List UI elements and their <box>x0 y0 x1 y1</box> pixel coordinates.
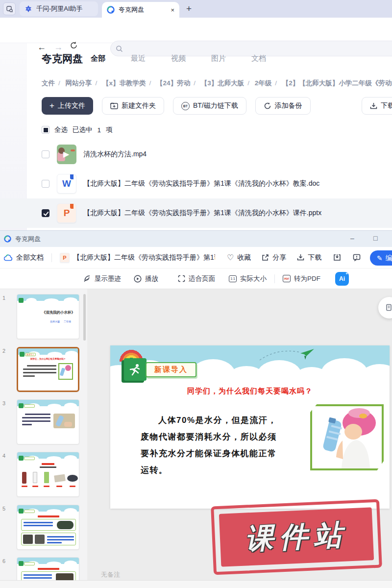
breadcrumb-item[interactable]: 【x】非教学类 <box>102 79 146 87</box>
breadcrumb-item[interactable]: 网站分享 <box>66 79 92 87</box>
slide-thumbnail-5[interactable] <box>17 505 79 550</box>
ai-assistant-button[interactable]: Ai <box>335 272 349 286</box>
document-icon <box>385 304 392 312</box>
feedback-icon <box>353 254 361 261</box>
bt-magnet-download-button[interactable]: BT BT/磁力链下载 <box>173 97 246 115</box>
stamp-text: 课件站 <box>244 515 348 558</box>
show-ink-button[interactable]: 显示墨迹 <box>83 274 121 283</box>
tab-search-icon <box>6 6 13 12</box>
mini-picture <box>58 363 73 380</box>
current-doc: P 【北师大版】二年级《劳动实践指导手册》第1课 <box>60 253 215 263</box>
fit-page-button[interactable]: 适合页面 <box>178 274 215 283</box>
ink-pen-icon <box>83 275 91 283</box>
tab-image[interactable]: 图片 <box>211 54 226 63</box>
slide-thumbnail-1[interactable]: 《清洗我的小水杯》 北师大版二年级 <box>17 294 79 339</box>
upload-file-button[interactable]: + 上传文件 <box>42 97 93 115</box>
selected-count: 1 <box>98 126 101 134</box>
file-row-video[interactable]: ▶ 清洗水杯的方法.mp4 <box>0 140 392 169</box>
tab-search-button[interactable] <box>3 2 16 15</box>
quark-logo-icon <box>107 6 115 14</box>
ppt-icon: P <box>57 203 76 223</box>
slide-thumbnail-4[interactable] <box>17 452 79 497</box>
tab-label: 千问-阿里AI助手 <box>36 4 83 13</box>
breadcrumb-separator: / <box>96 79 98 87</box>
mini-banner <box>24 457 35 460</box>
tab-recent[interactable]: 最近 <box>131 54 146 63</box>
play-circle-icon <box>134 275 142 283</box>
mini-banner <box>24 404 35 408</box>
thumbnail-number: 5 <box>2 506 5 512</box>
tab-doc[interactable]: 文档 <box>251 54 266 63</box>
slide-preview-area: 新课导入 同学们，为什么我们每天要喝水吗？ 人体70%是水分，但是流汗， 废物代… <box>87 289 392 580</box>
add-backup-button[interactable]: 添加备份 <box>255 97 311 115</box>
actual-size-button[interactable]: 1:1 实际大小 <box>229 274 267 283</box>
file-row-doc[interactable]: W 【北师大版】二年级《劳动实践指导手册》第1课《清洗我的小水杯》教案.doc <box>0 169 392 198</box>
thumbnail-number: 1 <box>2 295 5 301</box>
viewer-window-title: 夸克网盘 <box>15 235 41 244</box>
side-panel-button[interactable] <box>378 297 392 318</box>
download-button[interactable]: 下载 <box>362 97 392 115</box>
breadcrumb-item[interactable]: 【2】【北师大版】小学二年级《劳动实 <box>282 79 392 87</box>
breadcrumb-item[interactable]: 【24】劳动 <box>156 79 190 87</box>
new-tab-icon[interactable]: + <box>186 3 192 14</box>
browser-navbar: ← → <box>0 18 392 43</box>
edit-button[interactable]: ✎ 编辑 <box>370 250 392 266</box>
edit-icon: ✎ <box>377 254 383 262</box>
viewer-toolbar: 全部文档 P 【北师大版】二年级《劳动实践指导手册》第1课 ♡ 收藏 分享 下载 <box>0 247 392 269</box>
file-name[interactable]: 清洗水杯的方法.mp4 <box>83 150 147 159</box>
breadcrumb-separator: / <box>275 79 277 87</box>
maximize-icon[interactable]: □ <box>373 234 377 242</box>
breadcrumb-item[interactable]: 文件 <box>42 79 55 87</box>
feedback-button[interactable] <box>353 254 361 261</box>
all-docs-button[interactable]: 全部文档 <box>4 253 44 262</box>
file-row-ppt[interactable]: P 【北师大版】二年级《劳动实践指导手册》第1课《清洗我的小水杯》课件.pptx <box>0 198 392 228</box>
file-checkbox[interactable] <box>42 150 49 158</box>
close-icon[interactable]: × <box>171 6 174 14</box>
slide-body-text: 人体70%是水分，但是流汗， 废物代谢都要消耗水分，所以必须 要补充水分才能保证… <box>141 412 305 479</box>
back-icon[interactable]: ← <box>37 42 46 52</box>
heart-icon: ♡ <box>227 253 234 262</box>
selected-unit: 项 <box>106 125 113 134</box>
tab-all[interactable]: 全部 <box>91 54 105 63</box>
breadcrumb-item[interactable]: 【3】北师大版 <box>201 79 245 87</box>
play-button[interactable]: 播放 <box>134 274 158 283</box>
refresh-icon[interactable] <box>70 41 78 49</box>
new-folder-button[interactable]: 新建文件夹 <box>102 97 164 115</box>
mini-photo <box>53 414 75 428</box>
search-icon <box>116 45 123 52</box>
slide-thumbnail-panel: 1 《清洗我的小水杯》 北师大版二年级 2 新课导入 同学们，为什么我们每天要喝… <box>0 289 87 580</box>
tab-quark[interactable]: 夸克网盘 × <box>102 2 179 18</box>
slide-thumbnail-6[interactable] <box>17 557 79 580</box>
slide-section-banner: 新课导入 <box>146 362 196 377</box>
share-button[interactable]: 分享 <box>262 253 286 262</box>
word-icon: W <box>57 174 76 194</box>
slide-thumbnail-3[interactable] <box>17 399 79 444</box>
bottom-status-bar <box>0 580 392 588</box>
tab-qianwen[interactable]: 千问-阿里AI助手 <box>20 1 98 16</box>
convert-pdf-button[interactable]: PDF 转为PDF <box>283 274 320 283</box>
selected-prefix: 已选中 <box>73 125 93 134</box>
favorite-button[interactable]: ♡ 收藏 <box>227 253 251 262</box>
share-icon <box>262 254 269 261</box>
tab-video[interactable]: 视频 <box>171 54 186 63</box>
minimize-icon[interactable]: – <box>350 234 354 242</box>
slide-thumbnail-2[interactable]: 新课导入 同学们，为什么我们每天要喝水吗？ <box>17 347 79 392</box>
select-all-label[interactable]: 全选 <box>54 125 68 134</box>
thumbnail-scrollbar[interactable] <box>83 294 86 341</box>
file-name[interactable]: 【北师大版】二年级《劳动实践指导手册》第1课《清洗我的小水杯》课件.pptx <box>83 209 321 218</box>
mini-banner <box>24 510 35 513</box>
video-thumbnail: ▶ <box>57 145 76 164</box>
notes-placeholder: 无备注 <box>101 570 120 579</box>
viewer-controls-bar: 显示墨迹 播放 适合页面 1:1 实际大小 PDF 转为PDF Ai <box>0 269 392 289</box>
select-all-checkbox[interactable] <box>42 126 49 134</box>
file-checkbox[interactable] <box>42 209 49 217</box>
file-name[interactable]: 【北师大版】二年级《劳动实践指导手册》第1课《清洗我的小水杯》教案.doc <box>83 179 319 188</box>
viewer-window-titlebar[interactable]: 夸克网盘 <box>0 230 392 247</box>
slide-canvas[interactable]: 新课导入 同学们，为什么我们每天要喝水吗？ 人体70%是水分，但是流汗， 废物代… <box>110 345 390 509</box>
breadcrumb-item[interactable]: 2年级 <box>255 79 272 87</box>
forward-icon[interactable]: → <box>54 42 63 52</box>
save-to-drive-button[interactable] <box>333 254 341 261</box>
thumbnail-number: 3 <box>2 400 5 406</box>
download-button[interactable]: 下载 <box>297 253 321 262</box>
file-checkbox[interactable] <box>42 180 49 188</box>
